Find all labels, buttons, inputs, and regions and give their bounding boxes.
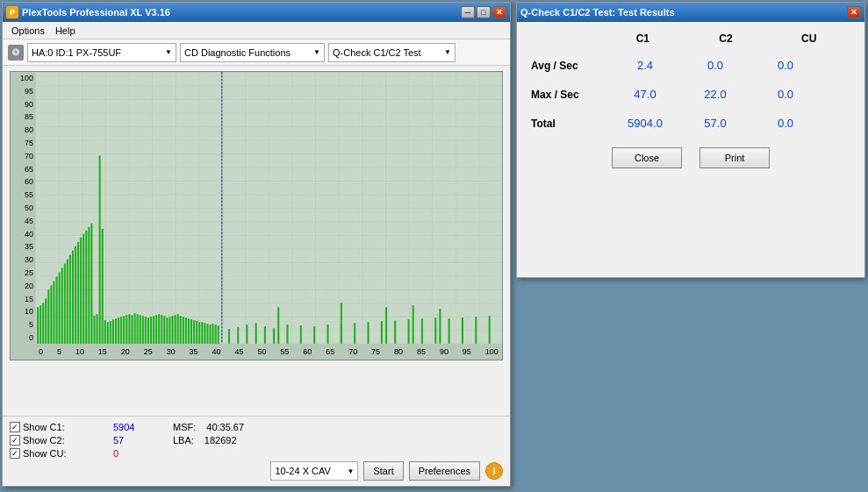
y-label-80: 80 — [25, 125, 33, 134]
svg-rect-86 — [421, 318, 423, 344]
test-dropdown-arrow: ▼ — [444, 48, 451, 56]
close-button[interactable]: ✕ — [492, 6, 506, 18]
svg-rect-69 — [218, 325, 219, 344]
svg-rect-12 — [64, 264, 66, 344]
svg-rect-16 — [75, 246, 76, 344]
start-button[interactable]: Start — [363, 461, 403, 481]
function-dropdown[interactable]: CD Diagnostic Functions ▼ — [180, 43, 325, 62]
results-close-x[interactable]: ✕ — [847, 6, 861, 18]
svg-rect-89 — [462, 317, 463, 344]
c2-checkbox[interactable]: ✓ — [10, 435, 20, 446]
svg-rect-82 — [368, 322, 369, 344]
cu-checkbox[interactable]: ✓ — [10, 448, 20, 459]
maximize-button[interactable]: □ — [477, 6, 491, 18]
svg-rect-83 — [381, 321, 383, 344]
y-label-30: 30 — [25, 255, 33, 264]
svg-rect-9 — [56, 276, 58, 344]
lba-label: LBA: — [173, 435, 194, 446]
svg-rect-26 — [102, 229, 104, 344]
y-label-45: 45 — [25, 217, 33, 225]
bottom-controls: 10-24 X CAV ▼ Start Preferences i — [270, 461, 503, 481]
svg-rect-46 — [155, 315, 157, 344]
svg-rect-81 — [354, 323, 355, 344]
menu-options[interactable]: Options — [6, 25, 50, 37]
svg-rect-54 — [177, 314, 179, 344]
preferences-button[interactable]: Preferences — [409, 461, 480, 481]
results-print-button[interactable]: Print — [699, 147, 770, 168]
speed-label: 10-24 X CAV — [275, 466, 330, 476]
minimize-button[interactable]: ─ — [461, 6, 475, 18]
y-label-0: 0 — [29, 333, 33, 342]
c1-value: 5904 — [113, 422, 148, 432]
results-row-total: Total 5904.0 57.0 0.0 — [531, 117, 850, 130]
test-dropdown[interactable]: Q-Check C1/C2 Test ▼ — [328, 43, 456, 62]
svg-rect-55 — [180, 316, 182, 344]
y-label-65: 65 — [25, 165, 33, 174]
svg-rect-21 — [88, 227, 90, 344]
svg-rect-20 — [85, 231, 87, 344]
info-button[interactable]: i — [485, 462, 503, 480]
x-axis: 0 5 10 15 20 25 30 35 40 45 50 55 60 65 … — [35, 344, 502, 360]
test-dropdown-label: Q-Check C1/C2 Test — [333, 47, 421, 58]
y-label-5: 5 — [29, 320, 33, 329]
c2-label: Show C2: — [23, 435, 65, 446]
svg-rect-76 — [286, 324, 288, 344]
drive-icon: 💿 — [8, 45, 24, 61]
svg-rect-36 — [128, 314, 130, 344]
y-label-75: 75 — [25, 139, 33, 147]
svg-rect-60 — [193, 320, 195, 344]
svg-rect-53 — [175, 315, 176, 344]
cu-checkbox-label[interactable]: ✓ Show CU: — [10, 448, 106, 459]
drive-dropdown-arrow: ▼ — [165, 48, 172, 56]
total-label: Total — [531, 118, 610, 130]
y-label-10: 10 — [25, 307, 33, 316]
max-c1: 47.0 — [610, 88, 680, 101]
svg-rect-33 — [120, 317, 122, 344]
svg-rect-38 — [134, 313, 136, 344]
drive-dropdown[interactable]: HA:0 ID:1 PX-755UF ▼ — [27, 43, 176, 62]
results-close-button[interactable]: Close — [612, 147, 682, 168]
svg-rect-2 — [37, 307, 39, 344]
svg-rect-51 — [169, 317, 170, 344]
svg-rect-61 — [196, 321, 197, 344]
col-header-c2: C2 — [695, 32, 757, 45]
results-row-max: Max / Sec 47.0 22.0 0.0 — [531, 88, 850, 101]
main-window-title: PlexTools Professional XL V3.16 — [22, 7, 170, 18]
svg-rect-91 — [489, 316, 491, 344]
svg-rect-52 — [172, 316, 174, 344]
c2-checkbox-label[interactable]: ✓ Show C2: — [10, 435, 106, 446]
c1-checkbox[interactable]: ✓ — [10, 422, 20, 432]
y-label-35: 35 — [25, 242, 33, 251]
y-label-60: 60 — [25, 177, 33, 186]
results-header-row: C1 C2 CU — [531, 32, 850, 45]
svg-rect-85 — [408, 319, 410, 344]
svg-rect-19 — [82, 234, 84, 344]
y-label-15: 15 — [25, 295, 33, 303]
svg-rect-8 — [53, 281, 54, 344]
svg-rect-87 — [434, 317, 436, 344]
svg-rect-75 — [273, 328, 275, 344]
svg-rect-6 — [47, 289, 49, 344]
svg-rect-62 — [198, 322, 200, 344]
svg-rect-15 — [72, 251, 74, 344]
toolbar: 💿 HA:0 ID:1 PX-755UF ▼ CD Diagnostic Fun… — [3, 39, 510, 66]
speed-dropdown[interactable]: 10-24 X CAV ▼ — [270, 461, 358, 481]
svg-rect-40 — [140, 315, 141, 344]
svg-rect-95 — [412, 305, 414, 344]
total-c1: 5904.0 — [610, 117, 680, 130]
svg-rect-5 — [45, 298, 47, 344]
svg-rect-48 — [161, 315, 162, 344]
avg-cu: 0.0 — [750, 59, 821, 72]
lba-value: 182692 — [204, 435, 237, 446]
drive-dropdown-label: HA:0 ID:1 PX-755UF — [32, 47, 121, 58]
svg-rect-11 — [61, 268, 63, 344]
c1-checkbox-label[interactable]: ✓ Show C1: — [10, 422, 106, 432]
svg-rect-56 — [183, 317, 184, 344]
svg-rect-57 — [185, 317, 187, 344]
svg-rect-65 — [206, 324, 208, 344]
y-label-70: 70 — [25, 152, 33, 160]
menu-help[interactable]: Help — [50, 25, 81, 37]
svg-rect-49 — [163, 316, 165, 344]
total-cu: 0.0 — [750, 117, 821, 130]
svg-rect-43 — [147, 317, 149, 344]
